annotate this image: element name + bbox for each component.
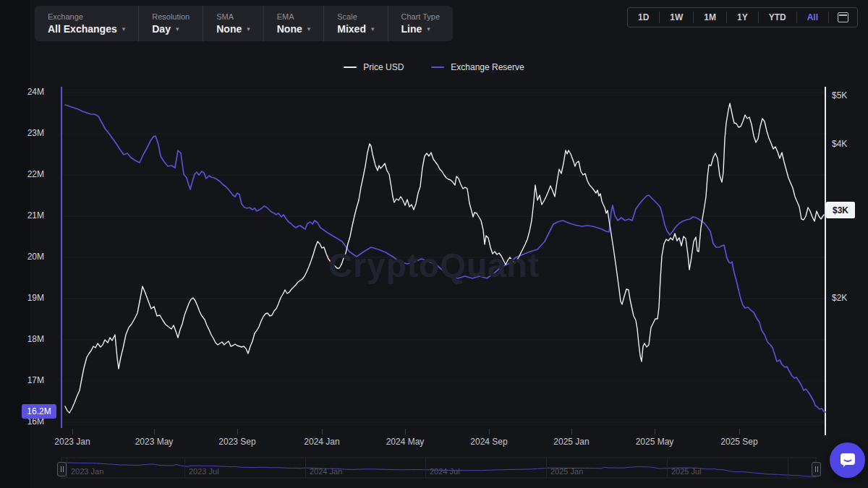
exchange-reserve-line (65, 105, 825, 412)
x-axis-tick-label: 2023 Sep (207, 437, 268, 447)
dropdown-value: All Exchanges (48, 23, 117, 35)
chevron-down-icon: ▾ (427, 25, 430, 33)
chevron-down-icon: ▾ (307, 25, 311, 33)
navigator-date-label: 2025 Jul (671, 467, 702, 476)
y-right-tick-label: $5K (832, 90, 864, 100)
x-axis-tick-mark (571, 429, 572, 435)
dropdown-label: Chart Type (401, 12, 441, 21)
navigator-gridline (67, 458, 67, 478)
chat-launcher-button[interactable] (830, 442, 865, 478)
navigator-gridline (425, 458, 426, 478)
reserve-current-value-badge: 16.2M (22, 404, 56, 419)
y-left-tick-label: 17M (12, 375, 44, 385)
x-axis-tick-mark (72, 429, 73, 435)
chart-plot-area[interactable] (0, 0, 868, 488)
y-left-tick-label: 18M (12, 334, 44, 344)
dropdown-label: Resolution (152, 12, 190, 21)
x-axis-tick-mark (655, 429, 655, 435)
toolbar-dropdown-chart-type[interactable]: Chart Type Line ▾ (388, 6, 454, 41)
x-axis-tick-label: 2024 May (375, 437, 435, 447)
x-axis-tick-mark (489, 429, 490, 435)
x-axis-tick-mark (237, 429, 238, 435)
legend-item: Price USD (344, 62, 404, 72)
x-axis-tick-label: 2025 May (624, 437, 685, 447)
range-option-ytd[interactable]: YTD (759, 12, 797, 23)
dropdown-value: Line (401, 23, 422, 35)
x-axis-tick-label: 2025 Jan (541, 437, 602, 447)
range-option-1d[interactable]: 1D (628, 12, 660, 23)
dropdown-label: Exchange (48, 12, 125, 21)
navigator-left-handle[interactable] (57, 462, 67, 476)
y-left-tick-label: 22M (12, 169, 44, 179)
x-axis-tick-label: 2024 Jan (292, 437, 352, 447)
price-usd-line (65, 103, 824, 413)
dropdown-value: None (216, 23, 242, 35)
navigator-right-handle[interactable] (812, 462, 821, 476)
time-range-selector: 1D1W1M1YYTDAll (627, 7, 858, 27)
x-axis-tick-label: 2023 May (124, 437, 184, 447)
toolbar-dropdown-scale[interactable]: Scale Mixed ▾ (324, 6, 388, 41)
legend-item: Exchange Reserve (431, 62, 524, 72)
dropdown-label: Scale (337, 12, 374, 21)
navigator-date-label: 2025 Jan (550, 467, 583, 476)
y-left-tick-label: 19M (12, 293, 44, 303)
toolbar-dropdown-sma[interactable]: SMA None ▾ (203, 6, 264, 41)
y-right-tick-label: $2K (832, 293, 864, 303)
navigator-date-label: 2024 Jan (310, 467, 342, 476)
navigator-date-label: 2024 Jul (430, 467, 460, 476)
y-left-tick-label: 20M (12, 252, 44, 262)
chart-settings-toolbar: Exchange All Exchanges ▾ Resolution Day … (35, 6, 453, 41)
dropdown-label: EMA (277, 12, 311, 21)
chevron-down-icon: ▾ (122, 25, 126, 33)
range-option-1m[interactable]: 1M (694, 12, 727, 23)
legend-line-swatch (344, 67, 357, 68)
chat-bubble-icon (840, 453, 856, 468)
legend-line-swatch (431, 67, 444, 68)
dropdown-label: SMA (216, 12, 250, 21)
y-right-tick-label: $4K (832, 139, 864, 149)
x-axis-tick-label: 2025 Sep (709, 437, 770, 447)
calendar-button[interactable] (829, 12, 857, 22)
x-axis-tick-mark (322, 429, 323, 435)
dropdown-value: None (277, 23, 302, 35)
navigator-gridline (184, 458, 185, 478)
toolbar-dropdown-ema[interactable]: EMA None ▾ (264, 6, 325, 41)
y-left-tick-label: 21M (12, 210, 44, 221)
range-option-1y[interactable]: 1Y (727, 12, 759, 23)
x-axis-tick-mark (154, 429, 155, 435)
navigator-gridline (305, 458, 306, 478)
range-option-all[interactable]: All (797, 12, 829, 23)
navigator-date-label: 2023 Jul (189, 467, 219, 476)
x-axis-tick-label: 2024 Sep (459, 437, 519, 447)
dropdown-value: Day (152, 23, 171, 35)
toolbar-dropdown-resolution[interactable]: Resolution Day ▾ (139, 6, 203, 41)
chart-legend: Price USD Exchange Reserve (0, 62, 868, 72)
x-axis-tick-label: 2023 Jan (42, 437, 103, 447)
x-axis-tick-mark (405, 429, 406, 435)
navigator-gridline (788, 458, 788, 478)
chevron-down-icon: ▾ (371, 25, 375, 33)
toolbar-dropdown-exchange[interactable]: Exchange All Exchanges ▾ (35, 6, 139, 41)
cryptoquant-chart-page: CryptoQuant Exchange All Exchanges ▾ Res… (0, 0, 868, 488)
dropdown-value: Mixed (337, 23, 366, 35)
price-current-value-badge: $3K (826, 202, 855, 218)
chevron-down-icon: ▾ (176, 25, 179, 33)
calendar-icon (838, 12, 848, 22)
y-left-tick-label: 23M (12, 128, 44, 138)
navigator-date-label: 2023 Jan (71, 467, 103, 476)
range-option-1w[interactable]: 1W (660, 12, 694, 23)
legend-label: Price USD (363, 62, 404, 72)
navigator-gridline (667, 458, 668, 478)
chevron-down-icon: ▾ (247, 25, 250, 33)
x-axis-tick-mark (739, 429, 740, 435)
navigator-gridline (546, 458, 547, 478)
y-left-tick-label: 24M (12, 87, 44, 97)
legend-label: Exchange Reserve (451, 62, 524, 72)
